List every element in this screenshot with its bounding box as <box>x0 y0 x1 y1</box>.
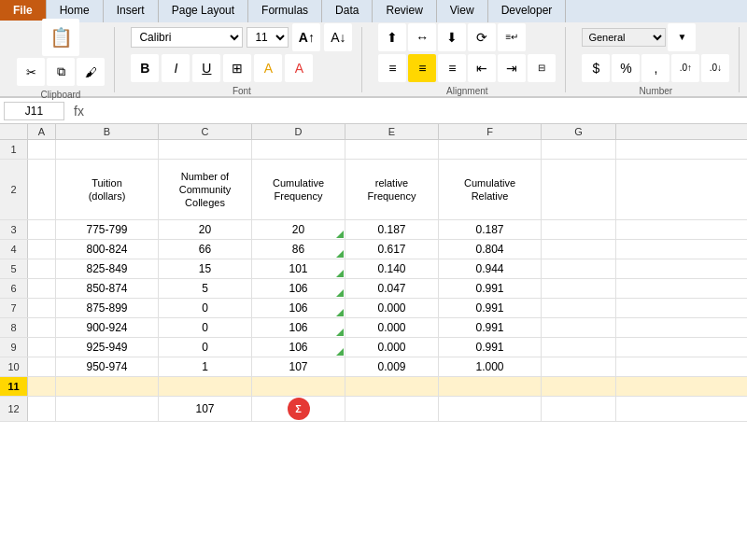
paste-button[interactable]: 📋 <box>42 19 79 56</box>
align-center-button[interactable]: ≡ <box>408 54 436 82</box>
cell-b1[interactable] <box>56 140 159 159</box>
tab-formulas[interactable]: Formulas <box>248 0 322 22</box>
percent-button[interactable]: % <box>612 54 640 82</box>
cell-a4[interactable] <box>28 240 56 259</box>
cell-d12[interactable]: Σ <box>252 397 345 421</box>
font-color-button[interactable]: A <box>285 54 313 82</box>
col-header-g[interactable]: G <box>542 124 616 139</box>
col-header-f[interactable]: F <box>439 124 542 139</box>
cut-button[interactable]: ✂ <box>17 58 45 86</box>
cell-g6[interactable] <box>542 279 616 298</box>
cell-b6[interactable]: 850-874 <box>56 279 159 298</box>
text-orient-button[interactable]: ⟳ <box>468 23 496 51</box>
cell-d5[interactable]: 101 <box>252 259 345 278</box>
cell-f11[interactable] <box>439 377 542 396</box>
cell-g11[interactable] <box>542 377 616 396</box>
cell-a10[interactable] <box>28 357 56 376</box>
cell-e1[interactable] <box>345 140 439 159</box>
cell-e9[interactable]: 0.000 <box>345 338 439 357</box>
cell-a5[interactable] <box>28 259 56 278</box>
copy-button[interactable]: ⧉ <box>47 58 75 86</box>
tab-data[interactable]: Data <box>322 0 373 22</box>
align-bottom-button[interactable]: ⬇ <box>438 23 466 51</box>
cell-b5[interactable]: 825-849 <box>56 259 159 278</box>
cell-c9[interactable]: 0 <box>159 338 252 357</box>
cell-e3[interactable]: 0.187 <box>345 220 439 239</box>
cell-c8[interactable]: 0 <box>159 318 252 337</box>
tab-page-layout[interactable]: Page Layout <box>159 0 248 22</box>
cell-f12[interactable] <box>439 397 542 421</box>
comma-button[interactable]: , <box>641 54 669 82</box>
currency-button[interactable]: $ <box>582 54 610 82</box>
borders-button[interactable]: ⊞ <box>223 54 251 82</box>
col-header-b[interactable]: B <box>56 124 159 139</box>
formula-input[interactable] <box>90 103 743 119</box>
cell-f3[interactable]: 0.187 <box>439 220 542 239</box>
bold-button[interactable]: B <box>131 54 159 82</box>
cell-a11[interactable] <box>28 377 56 396</box>
cell-a7[interactable] <box>28 299 56 317</box>
cell-d3[interactable]: 20 <box>252 220 345 239</box>
tab-view[interactable]: View <box>437 0 488 22</box>
cell-g3[interactable] <box>542 220 616 239</box>
cell-f7[interactable]: 0.991 <box>439 299 542 317</box>
cell-d2[interactable]: Cumulative Frequency <box>252 160 345 219</box>
cell-b11[interactable] <box>56 377 159 396</box>
increase-decimal-button[interactable]: .0↑ <box>671 54 699 82</box>
cell-g5[interactable] <box>542 259 616 278</box>
cell-a6[interactable] <box>28 279 56 298</box>
cell-b10[interactable]: 950-974 <box>56 357 159 376</box>
cell-c5[interactable]: 15 <box>159 259 252 278</box>
tab-review[interactable]: Review <box>373 0 436 22</box>
decrease-font-button[interactable]: A↓ <box>324 23 352 51</box>
increase-indent-button[interactable]: ⇥ <box>498 54 526 82</box>
font-size-select[interactable]: 11 <box>247 27 289 48</box>
cell-c3[interactable]: 20 <box>159 220 252 239</box>
cell-g2[interactable] <box>542 160 616 219</box>
cell-b12[interactable] <box>56 397 159 421</box>
cell-f4[interactable]: 0.804 <box>439 240 542 259</box>
cell-b7[interactable]: 875-899 <box>56 299 159 317</box>
number-format-expand[interactable]: ▼ <box>668 23 696 51</box>
cell-b3[interactable]: 775-799 <box>56 220 159 239</box>
tab-developer[interactable]: Developer <box>488 0 567 22</box>
align-middle-button[interactable]: ↔ <box>408 23 436 51</box>
cell-f5[interactable]: 0.944 <box>439 259 542 278</box>
cell-a2[interactable] <box>28 160 56 219</box>
cell-reference-box[interactable] <box>4 102 64 120</box>
cell-c2[interactable]: Number of Community Colleges <box>159 160 252 219</box>
cell-g7[interactable] <box>542 299 616 317</box>
cell-c1[interactable] <box>159 140 252 159</box>
cell-b8[interactable]: 900-924 <box>56 318 159 337</box>
fill-color-button[interactable]: A <box>254 54 282 82</box>
cell-g4[interactable] <box>542 240 616 259</box>
cell-d6[interactable]: 106 <box>252 279 345 298</box>
cell-d9[interactable]: 106 <box>252 338 345 357</box>
cell-c12[interactable]: 107 <box>159 397 252 421</box>
merge-center-button[interactable]: ⊟ <box>528 54 556 82</box>
cell-d4[interactable]: 86 <box>252 240 345 259</box>
align-top-button[interactable]: ⬆ <box>378 23 406 51</box>
cell-a12[interactable] <box>28 397 56 421</box>
cell-d1[interactable] <box>252 140 345 159</box>
cell-e5[interactable]: 0.140 <box>345 259 439 278</box>
cell-g1[interactable] <box>542 140 616 159</box>
cell-c6[interactable]: 5 <box>159 279 252 298</box>
cell-c11[interactable] <box>159 377 252 396</box>
cell-a9[interactable] <box>28 338 56 357</box>
cell-c7[interactable]: 0 <box>159 299 252 317</box>
format-painter-button[interactable]: 🖌 <box>77 58 105 86</box>
col-header-d[interactable]: D <box>252 124 345 139</box>
cell-g10[interactable] <box>542 357 616 376</box>
cell-a1[interactable] <box>28 140 56 159</box>
cell-d11[interactable] <box>252 377 345 396</box>
cell-d7[interactable]: 106 <box>252 299 345 317</box>
cell-f2[interactable]: Cumulative Relative <box>439 160 542 219</box>
underline-button[interactable]: U <box>192 54 220 82</box>
cell-d8[interactable]: 106 <box>252 318 345 337</box>
number-format-select[interactable]: General <box>582 28 666 47</box>
align-left-button[interactable]: ≡ <box>378 54 406 82</box>
increase-font-button[interactable]: A↑ <box>292 23 320 51</box>
align-right-button[interactable]: ≡ <box>438 54 466 82</box>
cell-d10[interactable]: 107 <box>252 357 345 376</box>
